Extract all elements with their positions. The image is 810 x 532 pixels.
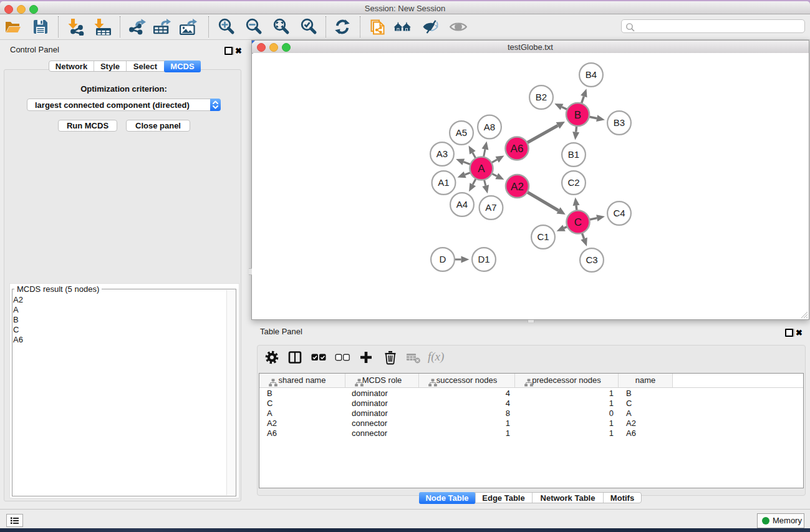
svg-text:C4: C4 xyxy=(613,208,625,218)
svg-text:A: A xyxy=(478,163,485,175)
svg-text:B1: B1 xyxy=(568,149,579,160)
svg-text:B4: B4 xyxy=(586,69,597,80)
svg-text:A4: A4 xyxy=(456,199,468,210)
svg-text:B2: B2 xyxy=(536,92,547,102)
svg-text:A7: A7 xyxy=(485,202,496,213)
svg-text:A1: A1 xyxy=(438,177,449,188)
svg-text:B: B xyxy=(574,109,581,121)
svg-text:D: D xyxy=(440,254,446,264)
svg-text:C3: C3 xyxy=(586,254,597,265)
svg-text:A5: A5 xyxy=(456,127,467,138)
svg-text:D1: D1 xyxy=(478,254,489,264)
svg-text:C: C xyxy=(574,216,582,228)
svg-text:B3: B3 xyxy=(614,117,625,128)
svg-text:A3: A3 xyxy=(436,148,448,159)
svg-text:C1: C1 xyxy=(537,231,549,242)
svg-text:A2: A2 xyxy=(511,181,524,193)
svg-text:A6: A6 xyxy=(511,143,524,155)
svg-text:A8: A8 xyxy=(484,122,495,132)
svg-text:C2: C2 xyxy=(567,177,579,188)
